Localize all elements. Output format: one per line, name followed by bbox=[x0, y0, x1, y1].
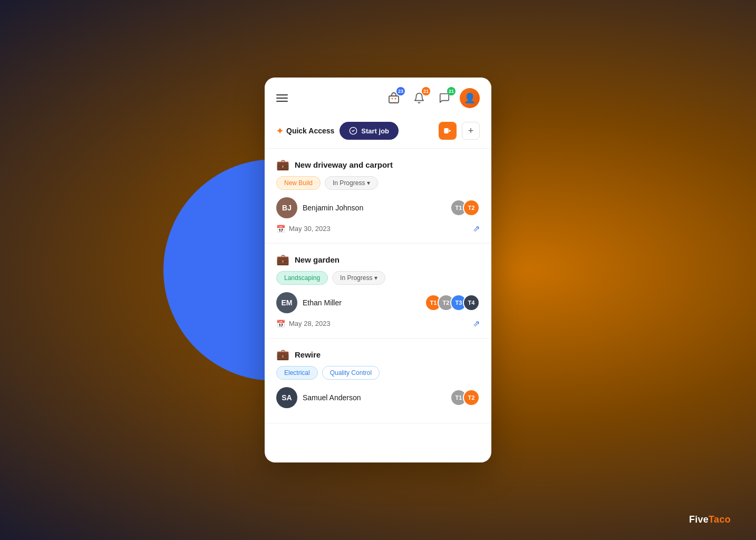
job-title-row: 💼 Rewire bbox=[276, 348, 480, 361]
person-name: Benjamin Johnson bbox=[303, 204, 363, 212]
job-item: 💼 New garden Landscaping In Progress ▾ E… bbox=[265, 244, 491, 339]
toolbar: ✦ Quick Access Start job + bbox=[265, 117, 491, 149]
svg-point-1 bbox=[392, 98, 393, 100]
person-row: EM Ethan Miller T1 T2 T3 T4 bbox=[276, 292, 480, 313]
team-avatar: T4 bbox=[463, 294, 480, 311]
header-icons: 23 21 21 👤 bbox=[384, 88, 480, 108]
person-avatar: BJ bbox=[276, 197, 297, 218]
date-row: 📅 May 30, 2023 ⇗ bbox=[276, 224, 480, 234]
user-avatar[interactable]: 👤 bbox=[460, 88, 480, 108]
category-tag[interactable]: New Build bbox=[276, 176, 321, 190]
main-card: 23 21 21 👤 bbox=[265, 78, 491, 462]
job-title: New garden bbox=[295, 255, 340, 264]
start-job-button[interactable]: Start job bbox=[340, 122, 399, 140]
tags-row: Electrical Quality Control bbox=[276, 366, 480, 380]
svg-rect-0 bbox=[389, 96, 399, 103]
category-tag[interactable]: Landscaping bbox=[276, 271, 328, 285]
chevron-down-icon: ▾ bbox=[374, 274, 377, 282]
briefcase-icon: 💼 bbox=[276, 348, 289, 361]
team-avatar: T2 bbox=[463, 389, 480, 406]
notification-icon-button[interactable]: 21 bbox=[409, 88, 429, 108]
avatar-initials: EM bbox=[276, 292, 297, 313]
calendar-icon: 📅 bbox=[276, 225, 285, 233]
external-link-icon[interactable]: ⇗ bbox=[473, 224, 480, 234]
status-tag[interactable]: In Progress ▾ bbox=[332, 271, 385, 285]
status-tag[interactable]: Quality Control bbox=[322, 366, 380, 380]
job-item: 💼 New driveway and carport New Build In … bbox=[265, 149, 491, 244]
briefcase-icon: 💼 bbox=[276, 158, 289, 171]
person-avatar: SA bbox=[276, 387, 297, 408]
person-name: Samuel Anderson bbox=[303, 393, 361, 402]
brand-text-1: Five bbox=[689, 514, 709, 525]
notification-badge: 21 bbox=[422, 87, 430, 95]
job-title-row: 💼 New garden bbox=[276, 253, 480, 266]
person-info: EM Ethan Miller bbox=[276, 292, 342, 313]
avatar-initials: BJ bbox=[276, 197, 297, 218]
person-avatar: EM bbox=[276, 292, 297, 313]
video-button[interactable] bbox=[439, 122, 457, 140]
job-title-row: 💼 New driveway and carport bbox=[276, 158, 480, 171]
chat-icon-button[interactable]: 21 bbox=[434, 88, 454, 108]
add-button[interactable]: + bbox=[462, 122, 480, 140]
tags-row: New Build In Progress ▾ bbox=[276, 176, 480, 190]
tags-row: Landscaping In Progress ▾ bbox=[276, 271, 480, 285]
status-tag[interactable]: In Progress ▾ bbox=[325, 176, 378, 190]
date-info: 📅 May 30, 2023 bbox=[276, 225, 331, 233]
quick-access-section: ✦ Quick Access bbox=[276, 126, 334, 136]
quick-access-label: Quick Access bbox=[286, 127, 334, 135]
jobs-icon-button[interactable]: 23 bbox=[384, 88, 404, 108]
play-icon bbox=[444, 128, 451, 133]
person-row: SA Samuel Anderson T1 T2 bbox=[276, 387, 480, 408]
person-row: BJ Benjamin Johnson T1 T2 bbox=[276, 197, 480, 218]
calendar-icon: 📅 bbox=[276, 320, 285, 328]
job-list: 💼 New driveway and carport New Build In … bbox=[265, 149, 491, 423]
svg-point-2 bbox=[395, 98, 396, 100]
branding: FiveTaco bbox=[689, 514, 731, 525]
svg-marker-5 bbox=[449, 130, 451, 132]
team-avatar: T2 bbox=[463, 199, 480, 216]
date-row: 📅 May 28, 2023 ⇗ bbox=[276, 319, 480, 329]
chat-badge: 21 bbox=[447, 87, 455, 95]
external-link-icon[interactable]: ⇗ bbox=[473, 319, 480, 329]
start-job-label: Start job bbox=[361, 127, 389, 135]
jobs-badge: 23 bbox=[396, 87, 405, 95]
team-avatars: T1 T2 T3 T4 bbox=[425, 294, 480, 311]
team-avatars: T1 T2 bbox=[450, 389, 480, 406]
job-title: Rewire bbox=[295, 350, 321, 359]
date-text: May 28, 2023 bbox=[289, 320, 331, 327]
person-info: BJ Benjamin Johnson bbox=[276, 197, 363, 218]
chevron-down-icon: ▾ bbox=[367, 179, 370, 187]
category-tag[interactable]: Electrical bbox=[276, 366, 318, 380]
date-text: May 30, 2023 bbox=[289, 225, 331, 233]
start-job-icon bbox=[349, 127, 357, 135]
brand-text-2: Taco bbox=[709, 514, 731, 525]
person-name: Ethan Miller bbox=[303, 298, 342, 307]
hamburger-menu[interactable] bbox=[276, 94, 288, 102]
header: 23 21 21 👤 bbox=[265, 78, 491, 117]
plus-icon: + bbox=[468, 126, 474, 137]
star-icon: ✦ bbox=[276, 126, 283, 136]
svg-rect-4 bbox=[444, 128, 448, 133]
briefcase-icon: 💼 bbox=[276, 253, 289, 266]
job-title: New driveway and carport bbox=[295, 160, 393, 169]
team-avatars: T1 T2 bbox=[450, 199, 480, 216]
avatar-initials: SA bbox=[276, 387, 297, 408]
date-info: 📅 May 28, 2023 bbox=[276, 320, 331, 328]
person-info: SA Samuel Anderson bbox=[276, 387, 361, 408]
job-item: 💼 Rewire Electrical Quality Control SA S… bbox=[265, 339, 491, 423]
